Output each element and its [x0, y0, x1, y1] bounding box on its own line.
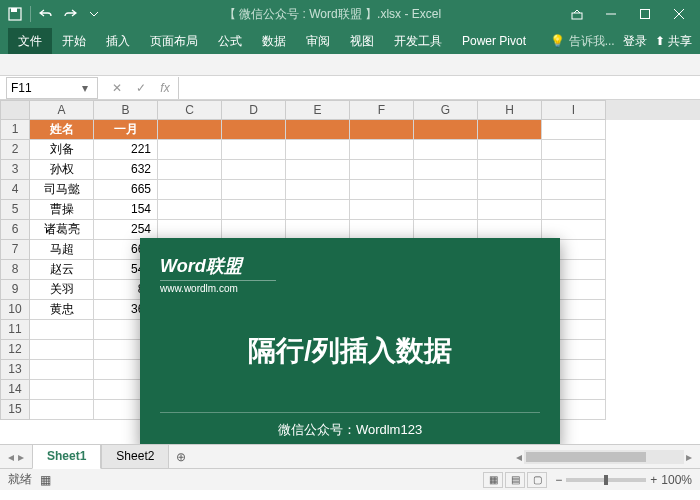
cell[interactable]: 曹操 [30, 200, 94, 220]
col-header[interactable]: H [478, 100, 542, 120]
view-page-button[interactable]: ▤ [505, 472, 525, 488]
cell[interactable] [350, 160, 414, 180]
cell[interactable] [286, 140, 350, 160]
cell[interactable] [30, 320, 94, 340]
row-header[interactable]: 15 [0, 400, 30, 420]
cell[interactable]: 赵云 [30, 260, 94, 280]
zoom-in-button[interactable]: + [650, 473, 657, 487]
scroll-left-icon[interactable]: ◂ [516, 450, 522, 464]
row-header[interactable]: 11 [0, 320, 30, 340]
cell[interactable]: 姓名 [30, 120, 94, 140]
cell[interactable] [478, 140, 542, 160]
cell[interactable] [222, 180, 286, 200]
horizontal-scrollbar[interactable] [524, 450, 684, 464]
cell[interactable] [30, 380, 94, 400]
undo-button[interactable] [35, 3, 57, 25]
cell[interactable]: 665 [94, 180, 158, 200]
cell[interactable]: 马超 [30, 240, 94, 260]
cell[interactable] [414, 220, 478, 240]
ribbon-options-icon[interactable] [560, 0, 594, 28]
cell[interactable] [542, 140, 606, 160]
cell[interactable] [542, 200, 606, 220]
row-header[interactable]: 1 [0, 120, 30, 140]
cell[interactable]: 221 [94, 140, 158, 160]
view-normal-button[interactable]: ▦ [483, 472, 503, 488]
cell[interactable]: 254 [94, 220, 158, 240]
cell[interactable]: 一月 [94, 120, 158, 140]
tab-layout[interactable]: 页面布局 [140, 28, 208, 54]
sheet-next-icon[interactable]: ▸ [18, 450, 24, 464]
cell[interactable] [478, 220, 542, 240]
cell[interactable] [286, 220, 350, 240]
cell[interactable] [542, 220, 606, 240]
cell[interactable]: 诸葛亮 [30, 220, 94, 240]
cell[interactable] [350, 220, 414, 240]
row-header[interactable]: 6 [0, 220, 30, 240]
row-header[interactable]: 10 [0, 300, 30, 320]
fx-icon[interactable]: fx [156, 81, 174, 95]
row-header[interactable]: 5 [0, 200, 30, 220]
zoom-out-button[interactable]: − [555, 473, 562, 487]
row-header[interactable]: 9 [0, 280, 30, 300]
row-header[interactable]: 8 [0, 260, 30, 280]
cell[interactable] [350, 200, 414, 220]
col-header[interactable]: F [350, 100, 414, 120]
tab-insert[interactable]: 插入 [96, 28, 140, 54]
cell[interactable]: 司马懿 [30, 180, 94, 200]
row-header[interactable]: 13 [0, 360, 30, 380]
cell[interactable] [542, 120, 606, 140]
sheet-tab-2[interactable]: Sheet2 [101, 445, 169, 469]
cell[interactable] [158, 160, 222, 180]
cell[interactable] [350, 120, 414, 140]
formula-bar[interactable] [178, 77, 700, 99]
zoom-slider[interactable] [566, 478, 646, 482]
minimize-button[interactable] [594, 0, 628, 28]
qat-customize-icon[interactable] [83, 3, 105, 25]
cell[interactable]: 刘备 [30, 140, 94, 160]
close-button[interactable] [662, 0, 696, 28]
zoom-level[interactable]: 100% [661, 473, 692, 487]
cell[interactable] [478, 160, 542, 180]
cell[interactable] [414, 140, 478, 160]
cell[interactable] [286, 160, 350, 180]
sheet-tab-1[interactable]: Sheet1 [32, 445, 101, 469]
cell[interactable] [158, 140, 222, 160]
row-header[interactable]: 4 [0, 180, 30, 200]
cell[interactable] [414, 160, 478, 180]
row-header[interactable]: 7 [0, 240, 30, 260]
cell[interactable] [158, 220, 222, 240]
cell[interactable] [414, 180, 478, 200]
cell[interactable] [478, 200, 542, 220]
maximize-button[interactable] [628, 0, 662, 28]
cell[interactable] [222, 140, 286, 160]
cell[interactable] [542, 160, 606, 180]
cell[interactable]: 孙权 [30, 160, 94, 180]
share-button[interactable]: ⬆ 共享 [655, 33, 692, 50]
tell-me[interactable]: 💡 告诉我... [550, 33, 614, 50]
col-header[interactable]: I [542, 100, 606, 120]
cancel-icon[interactable]: ✕ [108, 81, 126, 95]
tab-powerpivot[interactable]: Power Pivot [452, 28, 536, 54]
col-header[interactable]: B [94, 100, 158, 120]
cell[interactable] [222, 160, 286, 180]
view-break-button[interactable]: ▢ [527, 472, 547, 488]
cell[interactable] [286, 120, 350, 140]
cell[interactable] [30, 360, 94, 380]
tab-developer[interactable]: 开发工具 [384, 28, 452, 54]
cell[interactable]: 154 [94, 200, 158, 220]
cell[interactable] [222, 200, 286, 220]
cell[interactable]: 关羽 [30, 280, 94, 300]
cell[interactable] [542, 180, 606, 200]
select-all-corner[interactable] [0, 100, 30, 120]
macro-icon[interactable]: ▦ [40, 473, 51, 487]
cell[interactable] [222, 120, 286, 140]
tab-file[interactable]: 文件 [8, 28, 52, 54]
row-header[interactable]: 3 [0, 160, 30, 180]
cell[interactable] [158, 200, 222, 220]
col-header[interactable]: G [414, 100, 478, 120]
cell[interactable] [30, 340, 94, 360]
tab-review[interactable]: 审阅 [296, 28, 340, 54]
cell[interactable] [158, 120, 222, 140]
row-header[interactable]: 2 [0, 140, 30, 160]
col-header[interactable]: C [158, 100, 222, 120]
